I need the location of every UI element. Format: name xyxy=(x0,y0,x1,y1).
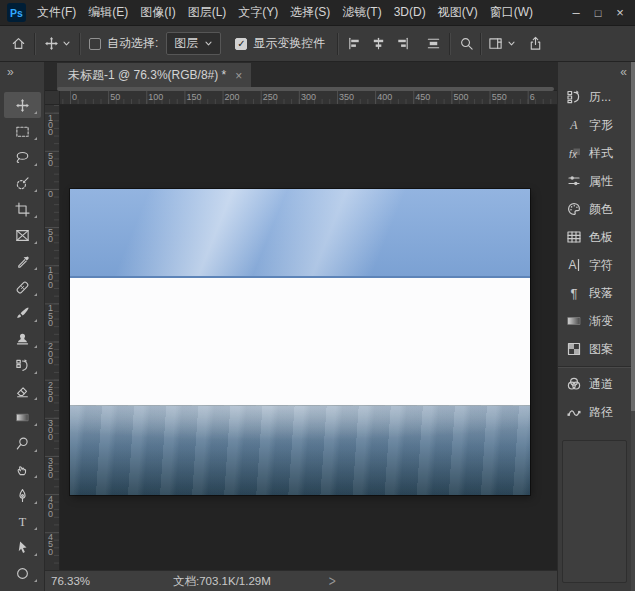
menu-image[interactable]: 图像(I) xyxy=(134,0,181,25)
frame-icon xyxy=(15,228,30,243)
document-tab[interactable]: 未标题-1 @ 76.3%(RGB/8#) * × xyxy=(57,63,251,88)
tab-close-icon[interactable]: × xyxy=(235,69,242,83)
menu-layer[interactable]: 图层(L) xyxy=(182,0,233,25)
menu-file[interactable]: 文件(F) xyxy=(31,0,82,25)
workspace-switcher-button[interactable] xyxy=(488,36,503,51)
tool-rectangular-marquee[interactable] xyxy=(4,118,41,144)
align-center-button[interactable] xyxy=(371,36,386,51)
share-button[interactable] xyxy=(528,36,543,51)
divider xyxy=(337,33,339,55)
tool-dodge[interactable] xyxy=(4,430,41,456)
tool-lasso[interactable] xyxy=(4,144,41,170)
tool-clone-stamp[interactable] xyxy=(4,326,41,352)
panel-button-swatches[interactable]: 色板 xyxy=(558,223,635,251)
status-chevron-icon[interactable]: > xyxy=(329,572,336,590)
menu-type[interactable]: 文字(Y) xyxy=(232,0,284,25)
horizontal-ruler[interactable]: 0501001502002503003504004505005506 xyxy=(60,91,557,105)
distribute-button[interactable] xyxy=(426,36,441,51)
v-ruler-label: 1 0 0 xyxy=(48,267,53,289)
menu-filter[interactable]: 滤镜(T) xyxy=(336,0,387,25)
tool-pen[interactable] xyxy=(4,482,41,508)
dock-scrollbar-thumb[interactable] xyxy=(631,62,635,411)
panel-button-gradients[interactable]: 渐变 xyxy=(558,307,635,335)
tool-eyedropper[interactable] xyxy=(4,248,41,274)
tool-path-selection[interactable] xyxy=(4,534,41,560)
auto-select-checkbox[interactable] xyxy=(89,38,101,50)
window-controls: – □ × xyxy=(565,2,631,24)
expand-tools-button[interactable]: » xyxy=(0,62,44,79)
tool-frame[interactable] xyxy=(4,222,41,248)
zoom-level-field[interactable]: 76.33% xyxy=(51,575,121,587)
panel-button-glyphs[interactable]: A字形 xyxy=(558,111,635,139)
vertical-ruler[interactable]: 1 0 05 005 01 0 01 5 02 0 02 5 03 0 03 5… xyxy=(45,105,60,570)
divider xyxy=(34,33,36,55)
tool-quick-selection[interactable] xyxy=(4,170,41,196)
tool-eraser[interactable] xyxy=(4,378,41,404)
collapse-panels-icon[interactable]: « xyxy=(558,62,635,81)
panel-button-color[interactable]: 颜色 xyxy=(558,195,635,223)
tool-brush[interactable] xyxy=(4,300,41,326)
tool-type[interactable]: T xyxy=(4,508,41,534)
panel-button-character[interactable]: A字符 xyxy=(558,251,635,279)
v-ruler-label: 4 0 0 xyxy=(48,496,53,518)
chevron-down-icon xyxy=(507,39,516,48)
current-tool-move-icon[interactable] xyxy=(44,36,59,51)
color-icon xyxy=(566,201,582,217)
v-ruler-label: 4 5 0 xyxy=(48,534,53,556)
maximize-button[interactable]: □ xyxy=(587,2,609,24)
menu-3d[interactable]: 3D(D) xyxy=(388,0,432,25)
auto-select-target-dropdown[interactable]: 图层 xyxy=(166,32,221,55)
swatches-icon xyxy=(566,229,582,245)
panel-label-paths: 路径 xyxy=(589,404,613,421)
patterns-icon xyxy=(566,341,582,357)
target-dropdown-value: 图层 xyxy=(174,35,198,52)
dock-scrollbar[interactable] xyxy=(631,62,635,591)
tool-ellipse[interactable] xyxy=(4,560,41,586)
pasteboard[interactable] xyxy=(60,105,557,570)
canvas[interactable] xyxy=(70,189,530,495)
canvas-sky-band xyxy=(70,189,530,278)
canvas-white-band xyxy=(70,278,530,405)
tool-history-brush[interactable] xyxy=(4,352,41,378)
menu-window[interactable]: 窗口(W) xyxy=(484,0,539,25)
align-right-button[interactable] xyxy=(395,36,410,51)
panel-group-2: 通道路径 xyxy=(558,370,635,426)
panel-label-properties: 属性 xyxy=(589,173,613,190)
history-icon xyxy=(566,89,582,105)
panel-button-styles[interactable]: fx样式 xyxy=(558,139,635,167)
menu-select[interactable]: 选择(S) xyxy=(284,0,336,25)
show-transform-checkbox[interactable]: ✓ xyxy=(235,38,247,50)
tool-preset-chevron-icon[interactable] xyxy=(62,39,71,48)
workspace-chevron-icon[interactable] xyxy=(507,39,516,48)
panel-button-patterns[interactable]: 图案 xyxy=(558,335,635,363)
search-icon xyxy=(459,36,474,51)
panel-button-history[interactable]: 历... xyxy=(558,83,635,111)
ruler-row: 0501001502002503003504004505005506 xyxy=(45,91,557,105)
search-button[interactable] xyxy=(459,36,474,51)
menu-edit[interactable]: 编辑(E) xyxy=(82,0,134,25)
smudge-icon xyxy=(15,462,30,477)
tool-move[interactable] xyxy=(4,92,41,118)
align-left-button[interactable] xyxy=(347,36,362,51)
tool-smudge[interactable] xyxy=(4,456,41,482)
panel-button-properties[interactable]: 属性 xyxy=(558,167,635,195)
eyedropper-icon xyxy=(15,254,30,269)
marquee-icon xyxy=(15,124,30,139)
close-button[interactable]: × xyxy=(609,2,631,24)
panel-button-channels[interactable]: 通道 xyxy=(558,370,635,398)
tool-gradient[interactable] xyxy=(4,404,41,430)
tool-spot-healing[interactable] xyxy=(4,274,41,300)
panel-button-paragraph[interactable]: ¶段落 xyxy=(558,279,635,307)
home-button[interactable] xyxy=(11,36,26,51)
document-tab-bar: 未标题-1 @ 76.3%(RGB/8#) * × xyxy=(45,62,557,90)
menu-view[interactable]: 视图(V) xyxy=(432,0,484,25)
tool-crop[interactable] xyxy=(4,196,41,222)
svg-text:fx: fx xyxy=(569,149,578,160)
panel-dock: « 历...A字形fx样式属性颜色色板A字符¶段落渐变图案 通道路径 xyxy=(557,62,635,591)
panel-button-paths[interactable]: 路径 xyxy=(558,398,635,426)
photoshop-logo[interactable]: Ps xyxy=(7,3,26,22)
minimize-button[interactable]: – xyxy=(565,2,587,24)
empty-panel-area xyxy=(562,440,627,583)
share-icon xyxy=(528,36,543,51)
paragraph-icon: ¶ xyxy=(566,285,582,301)
